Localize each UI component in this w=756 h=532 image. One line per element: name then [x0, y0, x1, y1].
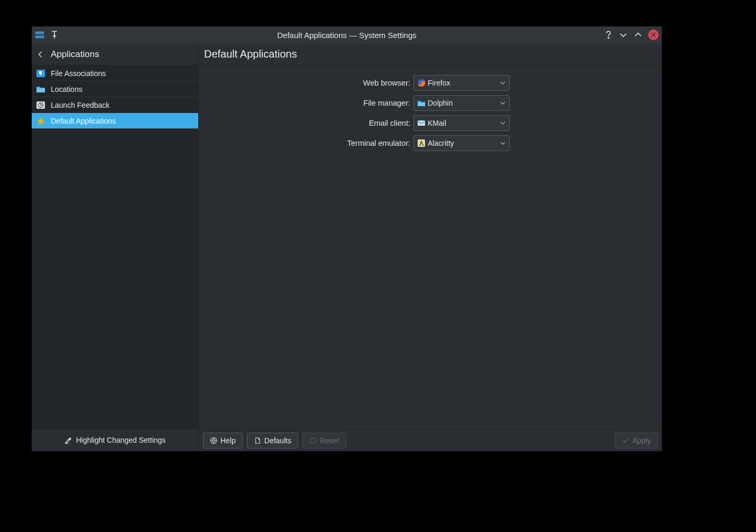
help-icon[interactable] — [604, 30, 613, 40]
help-label: Help — [220, 436, 236, 445]
combo-value: Alacritty — [428, 139, 454, 147]
svg-point-14 — [213, 439, 215, 441]
terminal-emulator-combo[interactable]: Alacritty — [413, 135, 510, 151]
highlight-changed-label: Highlight Changed Settings — [76, 436, 166, 444]
web-browser-combo[interactable]: Firefox — [413, 75, 510, 91]
footer-toolbar: Help Defaults Reset — [199, 429, 662, 451]
terminal-emulator-label: Terminal emulator: — [199, 139, 413, 147]
kmail-icon — [417, 119, 426, 127]
sidebar-back-button[interactable]: Applications — [32, 43, 198, 66]
maximize-icon[interactable] — [633, 30, 643, 40]
file-manager-label: File manager: — [199, 99, 413, 107]
sidebar-item-launch-feedback[interactable]: Launch Feedback — [32, 97, 198, 113]
svg-point-0 — [608, 38, 609, 39]
close-button[interactable] — [648, 30, 659, 40]
dolphin-icon — [417, 99, 426, 107]
feedback-icon — [36, 101, 45, 109]
help-button[interactable]: Help — [203, 433, 243, 449]
email-client-label: Email client: — [199, 119, 413, 127]
page-title: Default Applications — [199, 43, 662, 66]
web-browser-label: Web browser: — [199, 79, 413, 87]
file-associations-icon — [36, 69, 45, 78]
star-icon — [36, 117, 45, 125]
apply-button: Apply — [615, 433, 658, 449]
sidebar-item-locations[interactable]: Locations — [32, 81, 198, 97]
svg-rect-11 — [418, 120, 425, 126]
pin-icon[interactable] — [50, 30, 59, 40]
sidebar-category-label: Applications — [51, 49, 99, 60]
sidebar-item-file-associations[interactable]: File Associations — [32, 66, 198, 81]
combo-value: KMail — [428, 119, 446, 127]
window-title: Default Applications — System Settings — [32, 31, 662, 40]
minimize-icon[interactable] — [619, 30, 628, 40]
apply-label: Apply — [632, 436, 651, 445]
sidebar-item-label: Default Applications — [51, 117, 116, 125]
sidebar-item-label: Launch Feedback — [51, 101, 109, 109]
sidebar-item-label: File Associations — [51, 69, 106, 78]
email-client-combo[interactable]: KMail — [413, 115, 510, 131]
defaults-label: Defaults — [264, 436, 291, 445]
folder-icon — [36, 85, 45, 94]
svg-marker-7 — [37, 117, 45, 125]
highlight-changed-settings-button[interactable]: Highlight Changed Settings — [32, 429, 198, 451]
file-manager-combo[interactable]: Dolphin — [413, 95, 510, 111]
svg-rect-4 — [36, 88, 45, 92]
reset-label: Reset — [320, 436, 339, 445]
settings-form: Web browser: Firefox File manager: — [199, 66, 662, 429]
reset-button: Reset — [302, 433, 346, 449]
svg-rect-10 — [418, 102, 425, 106]
combo-value: Firefox — [428, 79, 450, 87]
titlebar: Default Applications — System Settings — [32, 26, 662, 43]
app-icon — [35, 30, 44, 40]
firefox-icon — [417, 79, 426, 87]
sidebar-item-label: Locations — [51, 85, 82, 94]
sidebar: Applications File Associations Locations — [32, 43, 199, 451]
settings-window: Default Applications — System Settings — [32, 26, 662, 451]
sidebar-item-default-applications[interactable]: Default Applications — [32, 113, 198, 129]
alacritty-icon — [417, 139, 426, 147]
combo-value: Dolphin — [428, 99, 453, 107]
defaults-button[interactable]: Defaults — [247, 433, 298, 449]
main-panel: Default Applications Web browser: Firefo… — [199, 43, 662, 451]
